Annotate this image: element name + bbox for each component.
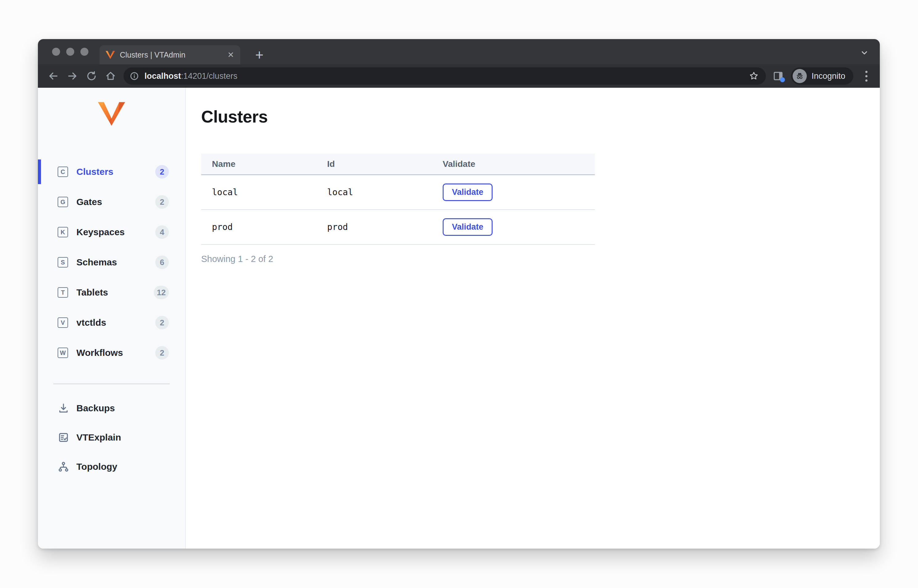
validate-button[interactable]: Validate (443, 184, 492, 201)
back-button[interactable] (46, 69, 61, 84)
table-row: local local Validate (201, 175, 595, 210)
incognito-badge: Incognito (791, 68, 853, 85)
sidebar: C Clusters 2 G Gates 2 K Keyspaces 4 S S… (38, 88, 186, 549)
count-badge: 2 (155, 346, 169, 360)
app-content: C Clusters 2 G Gates 2 K Keyspaces 4 S S… (38, 88, 880, 549)
reload-button[interactable] (84, 69, 99, 84)
window-zoom-button[interactable] (80, 48, 88, 56)
cluster-name: local (201, 187, 316, 197)
home-icon (105, 71, 116, 82)
column-header-id: Id (316, 159, 432, 169)
topology-icon (58, 461, 69, 473)
count-badge: 12 (154, 286, 169, 299)
table-header: Name Id Validate (201, 153, 595, 175)
site-info-icon[interactable] (130, 71, 139, 81)
sidebar-item-schemas[interactable]: S Schemas 6 (38, 250, 185, 275)
cluster-id: prod (316, 222, 432, 232)
arrow-left-icon (48, 71, 59, 82)
vitess-logo (98, 102, 125, 126)
window-close-button[interactable] (52, 48, 60, 56)
validate-button[interactable]: Validate (443, 218, 492, 236)
cluster-name: prod (201, 222, 316, 232)
table-row: prod prod Validate (201, 210, 595, 245)
incognito-label: Incognito (811, 71, 845, 81)
arrow-right-icon (67, 71, 78, 82)
sidebar-item-backups[interactable]: Backups (38, 396, 185, 420)
result-count: Showing 1 - 2 of 2 (201, 254, 880, 264)
incognito-icon (793, 69, 807, 83)
sidebar-item-clusters[interactable]: C Clusters 2 (38, 160, 185, 184)
secondary-nav: Backups VTExplain (38, 396, 185, 479)
browser-window: Clusters | VTAdmin ✕ + (38, 39, 880, 549)
download-icon (58, 402, 69, 414)
sidebar-item-tablets[interactable]: T Tablets 12 (38, 280, 185, 305)
workflows-letter-icon: W (58, 347, 68, 358)
reload-icon (86, 71, 97, 82)
sidebar-item-gates[interactable]: G Gates 2 (38, 190, 185, 214)
tab-clusters[interactable]: Clusters | VTAdmin ✕ (99, 45, 240, 65)
forward-button[interactable] (65, 69, 80, 84)
tab-title: Clusters | VTAdmin (120, 50, 227, 60)
count-badge: 2 (155, 316, 169, 330)
clusters-letter-icon: C (58, 166, 68, 177)
gates-letter-icon: G (58, 197, 68, 207)
schemas-letter-icon: S (58, 257, 68, 268)
address-bar[interactable]: localhost:14201/clusters (123, 68, 766, 85)
star-icon (748, 71, 759, 81)
sidebar-item-workflows[interactable]: W Workflows 2 (38, 341, 185, 365)
count-badge: 4 (155, 225, 169, 239)
home-button[interactable] (103, 69, 118, 84)
browser-toolbar: localhost:14201/clusters (38, 65, 880, 88)
sidebar-divider (53, 384, 170, 384)
tab-search-button[interactable] (858, 47, 871, 59)
document-check-icon (58, 431, 69, 443)
new-tab-button[interactable]: + (251, 47, 268, 63)
sidebar-item-vtexplain[interactable]: VTExplain (38, 425, 185, 450)
bookmark-button[interactable] (748, 71, 759, 81)
menu-button[interactable] (860, 68, 873, 84)
page-title: Clusters (201, 107, 880, 126)
vitess-favicon (106, 51, 115, 59)
window-minimize-button[interactable] (66, 48, 74, 56)
keyspaces-letter-icon: K (58, 227, 68, 237)
chevron-down-icon (859, 47, 869, 58)
active-indicator (38, 160, 41, 184)
url-text: localhost:14201/clusters (144, 71, 238, 81)
window-controls (52, 39, 88, 65)
main-panel: Clusters Name Id Validate local local Va… (186, 88, 880, 549)
primary-nav: C Clusters 2 G Gates 2 K Keyspaces 4 S S… (38, 160, 185, 365)
tab-close-icon[interactable]: ✕ (227, 51, 234, 59)
count-badge: 2 (155, 195, 169, 209)
tablets-letter-icon: T (58, 287, 68, 298)
tab-strip: Clusters | VTAdmin ✕ + (38, 39, 880, 65)
clusters-table: Name Id Validate local local Validate pr… (201, 153, 595, 245)
kebab-icon (865, 71, 868, 73)
sidebar-item-keyspaces[interactable]: K Keyspaces 4 (38, 220, 185, 244)
count-badge: 2 (155, 165, 169, 179)
column-header-name: Name (201, 159, 316, 169)
side-panel-button[interactable] (770, 68, 786, 84)
cluster-id: local (316, 187, 432, 197)
count-badge: 6 (155, 255, 169, 269)
vtctlds-letter-icon: V (58, 317, 68, 328)
column-header-validate: Validate (432, 159, 595, 169)
notification-dot (780, 77, 785, 82)
sidebar-item-topology[interactable]: Topology (38, 454, 185, 479)
sidebar-item-vtctlds[interactable]: V vtctlds 2 (38, 310, 185, 335)
